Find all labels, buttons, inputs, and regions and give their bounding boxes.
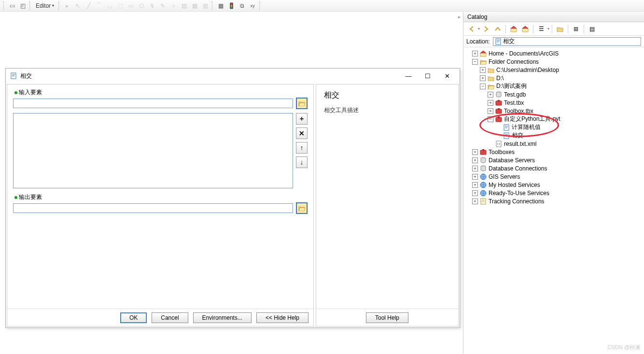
tree-node-intersect[interactable]: 相交	[464, 131, 643, 140]
edit-tool-7[interactable]: ▭	[126, 1, 136, 11]
edit-tool-5[interactable]: ◡	[105, 1, 114, 11]
dialog-titlebar[interactable]: 相交 — ☐ ✕	[6, 69, 460, 83]
model-btn[interactable]: ▦	[216, 1, 225, 11]
main-toolbar: ▭ ◰ Editor▾ ▸ ↖ ╱ ⌒ ◡ ⬚ ▭ ⬡ ↯ ✎ ○ ▤ ▦ ▥ …	[0, 0, 644, 12]
tree-node-python-toolbox[interactable]: −自定义Python工具.pyt	[464, 115, 643, 123]
tree-node-toolboxes[interactable]: +Toolboxes	[464, 148, 643, 156]
traffic-light-icon[interactable]: 🚦	[226, 1, 236, 11]
move-down-button[interactable]: ↓	[296, 156, 308, 168]
watermark: CSDN @秋澜	[608, 344, 640, 351]
nav-back-button[interactable]	[466, 24, 477, 34]
tree-toggle-button[interactable]: ⊞	[571, 24, 581, 34]
input-features-label: 输入要素	[19, 88, 308, 97]
remove-button[interactable]: ✕	[296, 127, 308, 139]
dialog-script-icon	[10, 72, 17, 80]
minimize-button[interactable]: —	[402, 71, 415, 81]
edit-tool-2[interactable]: ↖	[73, 1, 83, 11]
editor-dropdown[interactable]: Editor▾	[33, 1, 57, 11]
output-features-field[interactable]	[13, 203, 293, 213]
input-browse-button[interactable]	[296, 98, 308, 109]
edit-tool-6[interactable]: ⬚	[115, 1, 125, 11]
dialog-title: 相交	[20, 72, 402, 80]
tree-node-test-gdb[interactable]: +Test.gdb	[464, 90, 643, 99]
tree-node-home[interactable]: +Home - Documents\ArcGIS	[464, 49, 643, 57]
group-btn[interactable]: ⧉	[237, 1, 247, 11]
edit-tool-1[interactable]: ▸	[62, 1, 72, 11]
tree-node-db-servers[interactable]: +Database Servers	[464, 156, 643, 164]
script-icon	[495, 38, 502, 45]
edit-tool-13[interactable]: ▦	[190, 1, 199, 11]
location-label: Location:	[466, 38, 490, 45]
tree-node-d-drive[interactable]: +D:\	[464, 74, 643, 82]
environments-button[interactable]: Environments...	[193, 312, 252, 323]
ok-button[interactable]: OK	[120, 312, 147, 323]
options-button[interactable]: ▤	[587, 24, 597, 34]
tool-help-panel: 相交 相交工具描述 Tool Help	[316, 84, 459, 326]
edit-tool-11[interactable]: ○	[168, 1, 178, 11]
cancel-button[interactable]: Cancel	[152, 312, 188, 323]
nav-forward-button[interactable]	[481, 24, 491, 34]
add-button[interactable]: ＋	[296, 113, 308, 125]
help-title: 相交	[324, 90, 450, 100]
default-gdb-button[interactable]	[520, 24, 531, 34]
catalog-tree[interactable]: +Home - Documents\ArcGIS −Folder Connect…	[463, 47, 644, 207]
toolbar-btn-1[interactable]: ▭	[7, 1, 17, 11]
edit-tool-14[interactable]: ▥	[200, 1, 210, 11]
nav-up-button[interactable]	[492, 24, 503, 34]
maximize-button[interactable]: ☐	[421, 71, 434, 81]
edit-tool-12[interactable]: ▤	[179, 1, 189, 11]
tree-node-ready[interactable]: +Ready-To-Use Services	[464, 189, 643, 197]
required-indicator-icon	[14, 91, 17, 94]
location-value: 相交	[503, 37, 515, 45]
home-button[interactable]	[508, 24, 519, 34]
tree-node-test-tbx[interactable]: +Test.tbx	[464, 99, 643, 107]
tree-node-gis-servers[interactable]: +GIS Servers	[464, 172, 643, 181]
catalog-panel: Catalog ▾ ☰ ▾ ⊞ ▤ Location: 相交 +Home - D…	[463, 12, 644, 354]
tree-node-hosted[interactable]: +My Hosted Services	[464, 181, 643, 189]
tool-help-button[interactable]: Tool Help	[366, 312, 408, 323]
catalog-header: Catalog	[463, 12, 644, 22]
tool-parameters-panel: 输入要素 ＋ ✕ ↑ ↓ 输出要素	[7, 84, 314, 326]
xy-btn[interactable]: xy	[248, 1, 257, 11]
list-view-button[interactable]: ☰	[536, 24, 546, 34]
hide-help-button[interactable]: << Hide Help	[256, 312, 308, 323]
help-description: 相交工具描述	[324, 106, 450, 114]
connect-folder-button[interactable]	[555, 24, 565, 34]
toolbar-btn-2[interactable]: ◰	[18, 1, 28, 11]
required-indicator-icon	[14, 196, 17, 199]
tree-node-desktop[interactable]: +C:\Users\admin\Desktop	[464, 66, 643, 74]
edit-tool-3[interactable]: ╱	[84, 1, 93, 11]
intersect-dialog: 相交 — ☐ ✕ 输入要素 ＋ ✕	[5, 68, 460, 328]
edit-tool-4[interactable]: ⌒	[94, 1, 104, 11]
input-features-field[interactable]	[13, 99, 293, 108]
tree-node-toolbox-tbx[interactable]: +Toolbox.tbx	[464, 107, 643, 115]
location-field[interactable]: 相交	[493, 37, 641, 46]
tree-node-db-connections[interactable]: +Database Connections	[464, 164, 643, 172]
edit-tool-9[interactable]: ↯	[147, 1, 157, 11]
input-features-list[interactable]	[13, 113, 293, 188]
tree-node-result-xml[interactable]: result.txt.xml	[464, 140, 643, 148]
catalog-toolbar: ▾ ☰ ▾ ⊞ ▤	[463, 22, 644, 36]
edit-tool-8[interactable]: ⬡	[137, 1, 146, 11]
output-features-label: 输出要素	[19, 193, 308, 201]
output-browse-button[interactable]	[296, 202, 308, 214]
close-button[interactable]: ✕	[440, 71, 454, 81]
edit-tool-10[interactable]: ✎	[158, 1, 168, 11]
tree-node-folder-connections[interactable]: −Folder Connections	[464, 57, 643, 66]
tree-node-calc-random[interactable]: 计算随机值	[464, 123, 643, 131]
tree-node-test-case[interactable]: −D:\测试案例	[464, 82, 643, 90]
move-up-button[interactable]: ↑	[296, 142, 308, 154]
tree-node-tracking[interactable]: +Tracking Connections	[464, 197, 643, 205]
